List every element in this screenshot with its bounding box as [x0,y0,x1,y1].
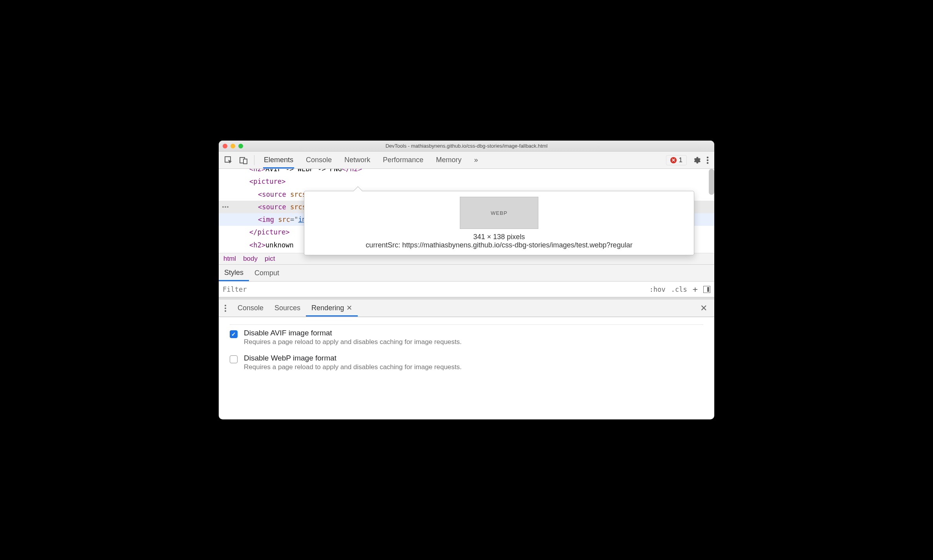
device-toggle-icon[interactable] [237,154,250,167]
error-icon: ✕ [670,157,677,163]
hov-toggle[interactable]: :hov [649,285,666,293]
styles-filter-row: :hov .cls + [219,282,714,297]
inspect-icon[interactable] [222,154,235,167]
drawer-menu-icon[interactable] [219,304,232,312]
option-desc: Requires a page reload to apply and disa… [244,362,462,371]
drawer-tab-sources[interactable]: Sources [269,300,306,316]
close-tab-icon[interactable]: ✕ [346,304,352,312]
svg-point-4 [707,159,709,161]
close-drawer-icon[interactable]: ✕ [693,303,714,313]
devtools-window: DevTools - mathiasbynens.github.io/css-d… [219,141,714,419]
svg-point-7 [225,307,226,309]
svg-rect-2 [243,159,247,164]
styles-tabs: Styles Comput [219,264,714,282]
tab-network[interactable]: Network [344,152,371,168]
titlebar: DevTools - mathiasbynens.github.io/css-d… [219,141,714,152]
cls-toggle[interactable]: .cls [671,285,687,293]
tab-console[interactable]: Console [305,152,333,168]
crumb-body[interactable]: body [243,255,258,263]
drawer-tab-label: Rendering [311,304,344,312]
option-disable-webp[interactable]: Disable WebP image format Requires a pag… [230,350,703,375]
crumb-picture[interactable]: pict [265,255,275,263]
separator [254,155,254,165]
thumb-label: WEBP [491,210,507,216]
checkbox-icon[interactable] [230,330,238,338]
checkbox-icon[interactable] [230,355,238,363]
option-title: Disable WebP image format [244,354,462,362]
option-disable-avif[interactable]: Disable AVIF image format Requires a pag… [230,325,703,350]
svg-point-3 [707,156,709,158]
tab-elements[interactable]: Elements [263,152,294,168]
close-icon[interactable] [223,144,227,148]
image-dimensions: 341 × 138 pixels [311,233,688,241]
filter-input[interactable] [219,282,649,296]
zoom-icon[interactable] [238,144,243,148]
error-count: 1 [679,156,682,164]
dom-line[interactable]: <h2>AVIF -> WEBP -> PNG</h2> [219,169,714,175]
drawer-tab-rendering[interactable]: Rendering ✕ [306,300,358,317]
svg-point-8 [225,310,226,312]
preview-thumbnail: WEBP [460,197,538,229]
panel-tabs: Elements Console Network Performance Mem… [258,152,479,168]
settings-icon[interactable] [692,156,701,165]
drawer-tabs: Console Sources Rendering ✕ ✕ [219,297,714,317]
option-desc: Requires a page reload to apply and disa… [244,337,462,346]
tab-computed[interactable]: Comput [249,265,285,281]
drawer-tab-console[interactable]: Console [232,300,269,316]
crumb-html[interactable]: html [223,255,236,263]
error-count-button[interactable]: ✕ 1 [666,155,687,165]
tab-memory[interactable]: Memory [435,152,462,168]
current-src: currentSrc: https://mathiasbynens.github… [311,241,688,249]
tab-styles[interactable]: Styles [219,265,249,281]
minimize-icon[interactable] [231,144,235,148]
main-toolbar: Elements Console Network Performance Mem… [219,152,714,169]
option-title: Disable AVIF image format [244,329,462,337]
sidebar-toggle-icon[interactable] [703,286,710,293]
svg-point-5 [707,162,709,164]
svg-point-6 [225,305,226,306]
new-rule-button[interactable]: + [693,284,698,294]
image-preview-tooltip: WEBP 341 × 138 pixels currentSrc: https:… [304,191,694,255]
more-tabs-icon[interactable]: » [473,152,479,168]
kebab-menu-icon[interactable] [706,156,709,165]
tab-performance[interactable]: Performance [382,152,424,168]
window-title: DevTools - mathiasbynens.github.io/css-d… [219,143,714,149]
rendering-panel: Disable AVIF image format Requires a pag… [219,317,714,391]
traffic-lights [223,144,243,148]
dom-line[interactable]: <picture> [219,175,714,188]
